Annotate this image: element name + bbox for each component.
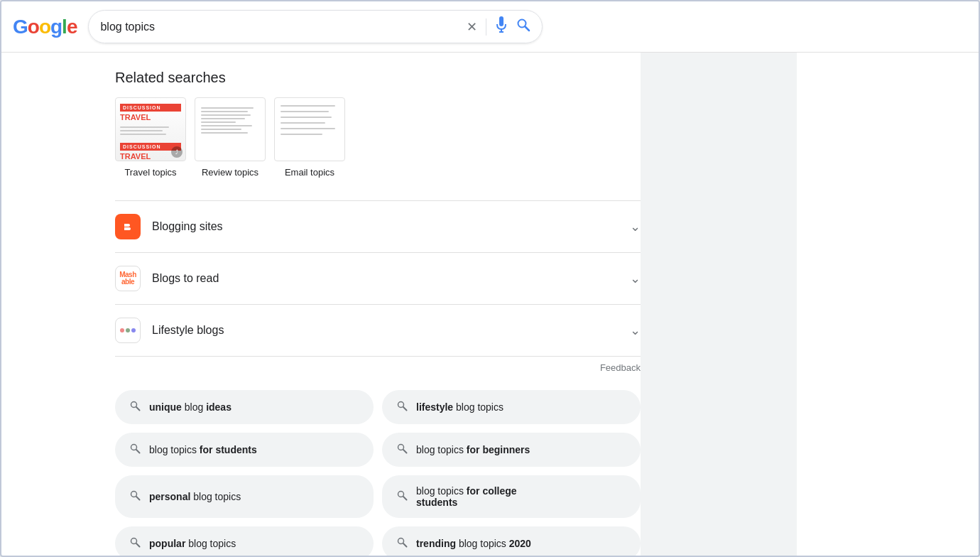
suggestion-text: unique blog ideas — [149, 401, 232, 413]
line — [120, 126, 169, 128]
svg-line-7 — [136, 407, 140, 411]
line — [281, 111, 329, 112]
suggestion-popular-blog-topics[interactable]: popular blog topics — [115, 526, 374, 556]
suggestion-text: lifestyle blog topics — [416, 401, 503, 413]
blogging-sites-label: Blogging sites — [152, 220, 630, 233]
svg-line-13 — [403, 450, 407, 453]
suggestion-unique-blog-ideas[interactable]: unique blog ideas — [115, 390, 374, 424]
search-icon — [129, 443, 141, 457]
search-icon — [396, 400, 408, 414]
blogs-to-read-row[interactable]: Mashable Blogs to read ⌄ — [115, 253, 641, 305]
divider — [486, 18, 486, 36]
svg-line-15 — [136, 497, 140, 500]
line — [281, 117, 332, 118]
travel-word: TRAVEL — [120, 113, 181, 121]
line — [201, 111, 248, 112]
lifestyle-dots — [120, 328, 136, 332]
share-icon: ⤴ — [171, 146, 183, 158]
review-card-label: Review topics — [202, 167, 258, 178]
expandable-sections: Blogging sites ⌄ Mashable Blogs to read … — [115, 200, 641, 357]
line — [201, 121, 236, 123]
lifestyle-blogs-chevron: ⌄ — [630, 323, 641, 338]
suggestion-lifestyle-blog-topics[interactable]: lifestyle blog topics — [382, 390, 641, 424]
blogs-to-read-label: Blogs to read — [152, 272, 630, 285]
line — [201, 132, 248, 134]
search-bar-icons: ✕ — [467, 16, 530, 37]
svg-line-17 — [403, 497, 407, 500]
review-card-image — [195, 97, 266, 161]
svg-line-4 — [526, 27, 530, 31]
suggestion-text: trending blog topics 2020 — [416, 538, 531, 549]
blogging-sites-row[interactable]: Blogging sites ⌄ — [115, 201, 641, 253]
line — [281, 105, 335, 107]
mashable-icon: Mashable — [115, 266, 141, 291]
svg-line-11 — [136, 450, 140, 453]
line — [201, 114, 251, 116]
line — [201, 107, 254, 109]
main-content: Related searches DISCUSSION TRAVEL — [1, 53, 641, 556]
email-card-image — [274, 97, 345, 161]
travel-lines — [120, 124, 181, 137]
search-input[interactable]: blog topics — [100, 21, 461, 33]
blogging-sites-chevron: ⌄ — [630, 219, 641, 234]
blogger-icon — [115, 214, 141, 239]
line — [120, 130, 163, 131]
search-icon[interactable] — [516, 18, 530, 36]
mic-icon[interactable] — [495, 16, 508, 37]
travel-card-label: Travel topics — [124, 167, 176, 178]
svg-line-9 — [403, 407, 407, 411]
suggestion-text: popular blog topics — [149, 538, 236, 549]
review-card[interactable]: Review topics — [195, 97, 266, 178]
travel-card[interactable]: DISCUSSION TRAVEL DISCUSSION TRAVEL ⤴ — [115, 97, 186, 178]
browser-window: Google blog topics ✕ — [0, 0, 980, 557]
search-bar: blog topics ✕ — [88, 10, 543, 43]
line — [201, 125, 252, 126]
line — [281, 128, 335, 129]
search-icon — [396, 536, 408, 551]
review-lines — [201, 105, 259, 136]
suggestion-blog-topics-for-beginners[interactable]: blog topics for beginners — [382, 433, 641, 467]
header: Google blog topics ✕ — [1, 1, 979, 53]
line — [281, 134, 322, 135]
feedback-label[interactable]: Feedback — [600, 362, 641, 373]
search-icon — [396, 443, 408, 457]
sidebar-right — [641, 53, 797, 556]
search-icon — [396, 490, 408, 504]
svg-line-21 — [403, 544, 407, 547]
line — [201, 118, 245, 119]
suggestion-text: blog topics for students — [149, 444, 257, 455]
google-logo: Google — [13, 16, 77, 38]
search-icon — [129, 536, 141, 551]
clear-icon[interactable]: ✕ — [467, 19, 477, 35]
feedback-row: Feedback — [115, 357, 641, 384]
blogs-to-read-chevron: ⌄ — [630, 271, 641, 286]
travel-card-image: DISCUSSION TRAVEL DISCUSSION TRAVEL ⤴ — [115, 97, 186, 161]
suggestion-blog-topics-college-students[interactable]: blog topics for collegestudents — [382, 475, 641, 518]
suggestion-blog-topics-for-students[interactable]: blog topics for students — [115, 433, 374, 467]
svg-line-19 — [136, 544, 140, 547]
suggestions-grid: unique blog ideas lifestyle blog topics … — [115, 390, 641, 556]
suggestion-text: blog topics for collegestudents — [416, 485, 517, 508]
suggestion-text: personal blog topics — [149, 491, 241, 502]
lifestyle-blogs-label: Lifestyle blogs — [152, 324, 630, 337]
email-card-label: Email topics — [285, 167, 334, 178]
line — [201, 129, 241, 130]
suggestion-personal-blog-topics[interactable]: personal blog topics — [115, 475, 374, 518]
line — [281, 122, 325, 124]
related-searches-title: Related searches — [115, 70, 641, 86]
lifestyle-icon — [115, 318, 141, 343]
line — [120, 134, 166, 135]
svg-rect-0 — [499, 16, 503, 26]
email-card[interactable]: Email topics — [274, 97, 345, 178]
search-icon — [129, 400, 141, 414]
search-icon — [129, 490, 141, 504]
suggestion-trending-blog-topics-2020[interactable]: trending blog topics 2020 — [382, 526, 641, 556]
lifestyle-blogs-row[interactable]: Lifestyle blogs ⌄ — [115, 305, 641, 357]
travel-red-banner: DISCUSSION — [120, 104, 181, 112]
related-cards: DISCUSSION TRAVEL DISCUSSION TRAVEL ⤴ — [115, 97, 641, 178]
related-searches-section: Related searches DISCUSSION TRAVEL — [115, 70, 641, 178]
suggestion-text: blog topics for beginners — [416, 444, 530, 455]
content: Related searches DISCUSSION TRAVEL — [1, 53, 979, 556]
